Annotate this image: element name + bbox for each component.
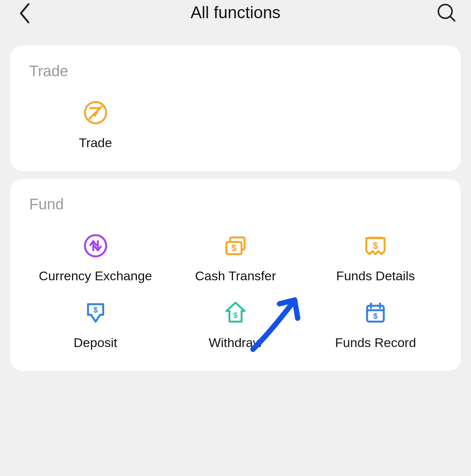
deposit-icon: $ <box>83 300 108 325</box>
tile-cash-transfer-label: Cash Transfer <box>195 269 276 283</box>
tile-funds-details-label: Funds Details <box>336 269 415 283</box>
search-icon[interactable] <box>437 3 456 22</box>
tile-trade[interactable]: Trade <box>29 101 162 150</box>
currency-exchange-icon <box>83 234 108 258</box>
funds-details-icon: $ <box>363 234 388 258</box>
tile-funds-details[interactable]: $ Funds Details <box>309 234 442 283</box>
svg-text:$: $ <box>374 312 378 320</box>
svg-text:$: $ <box>93 306 97 314</box>
svg-text:$: $ <box>233 311 237 319</box>
page-title: All functions <box>190 3 280 22</box>
svg-text:$: $ <box>373 240 378 251</box>
tile-deposit[interactable]: $ Deposit <box>29 300 162 350</box>
cash-transfer-icon: $ <box>223 234 248 258</box>
withdraw-icon: $ <box>223 300 248 325</box>
tile-funds-record-label: Funds Record <box>335 335 416 350</box>
tile-withdraw[interactable]: $ Withdraw <box>169 300 301 350</box>
tile-deposit-label: Deposit <box>74 335 117 350</box>
section-fund: Fund Currency Exchange $ <box>10 179 461 371</box>
tile-cash-transfer[interactable]: $ Cash Transfer <box>169 234 301 283</box>
svg-text:$: $ <box>231 243 237 253</box>
section-fund-title: Fund <box>29 196 442 213</box>
back-icon[interactable] <box>17 2 32 25</box>
svg-rect-10 <box>369 237 382 239</box>
tile-trade-label: Trade <box>79 135 112 150</box>
tile-currency-exchange-label: Currency Exchange <box>39 269 152 283</box>
trade-icon <box>83 101 108 125</box>
tile-withdraw-label: Withdraw <box>209 335 262 350</box>
section-trade: Trade Trade <box>10 46 461 171</box>
header: All functions <box>0 0 471 46</box>
tile-funds-record[interactable]: $ Funds Record <box>309 300 442 350</box>
tile-currency-exchange[interactable]: Currency Exchange <box>29 234 162 283</box>
svg-line-1 <box>450 16 455 21</box>
section-trade-title: Trade <box>29 63 442 80</box>
svg-point-4 <box>85 235 106 256</box>
funds-record-icon: $ <box>363 300 388 325</box>
